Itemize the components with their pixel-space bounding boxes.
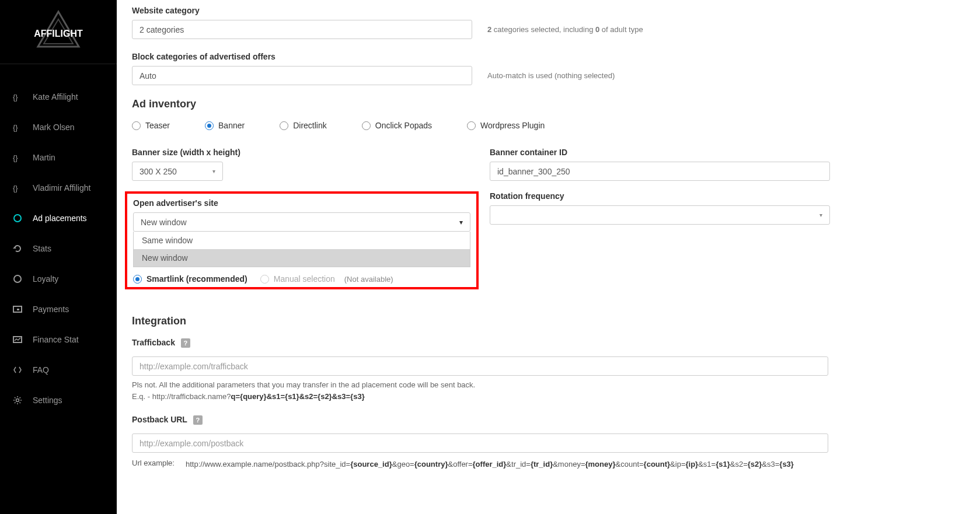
braces-icon: {} — [13, 123, 22, 132]
sidebar-nav-label: Payments — [33, 305, 69, 314]
banner-container-label: Banner container ID — [490, 148, 957, 157]
open-advertiser-highlight: Open advertiser's site New window ▾ Same… — [125, 191, 479, 289]
ad-inventory-radios: Teaser Banner Directlink Onclick Popads … — [132, 121, 957, 130]
radio-banner[interactable]: Banner — [205, 121, 245, 130]
website-category-label: Website category — [132, 6, 957, 15]
sidebar-nav-stats[interactable]: Stats — [0, 233, 117, 264]
trafficback-note: Pls not. All the additional parameters t… — [132, 379, 957, 402]
braces-icon: {} — [13, 92, 22, 102]
sidebar-nav-label: Settings — [33, 396, 62, 405]
radio-icon — [133, 275, 142, 284]
block-categories-input[interactable] — [132, 66, 472, 85]
caret-down-icon: ▾ — [459, 218, 463, 226]
trafficback-input[interactable] — [132, 356, 828, 376]
open-advertiser-dropdown: New window ▾ Same window New window — [133, 212, 470, 267]
rotation-frequency-select[interactable]: ▾ — [490, 205, 830, 225]
brand-text: AFFILIGHT — [34, 29, 83, 39]
radio-icon — [205, 121, 214, 130]
open-advertiser-options: Same window New window — [133, 232, 470, 267]
integration-title: Integration — [132, 315, 957, 327]
sidebar-user-vladimir[interactable]: {} Vladimir Affilight — [0, 173, 117, 203]
radio-teaser[interactable]: Teaser — [132, 121, 170, 130]
sidebar-nav-payments[interactable]: Payments — [0, 294, 117, 324]
website-category-input[interactable] — [132, 20, 472, 39]
card-icon — [13, 305, 22, 314]
postback-field: Postback URL ? Url example: http://www.e… — [132, 415, 957, 470]
postback-label: Postback URL — [132, 415, 187, 424]
sidebar-user-label: Vladimir Affilight — [33, 183, 90, 193]
svg-point-8 — [14, 275, 21, 282]
chart-icon — [13, 335, 22, 344]
block-categories-field: Block categories of advertised offers Au… — [132, 52, 957, 85]
svg-text:{}: {} — [13, 93, 18, 102]
trafficback-label: Trafficback — [132, 338, 175, 347]
option-new-window[interactable]: New window — [134, 249, 470, 267]
website-category-helper: 2 categories selected, including 0 of ad… — [487, 25, 643, 34]
chevron-down-icon: ▾ — [819, 212, 822, 218]
svg-marker-7 — [13, 247, 16, 249]
banner-container-input[interactable] — [490, 162, 830, 181]
banner-size-select[interactable]: 300 X 250 ▾ — [132, 162, 223, 181]
open-advertiser-select[interactable]: New window ▾ — [133, 212, 470, 232]
option-same-window[interactable]: Same window — [134, 232, 470, 249]
sidebar-user-label: Kate Affilight — [33, 92, 78, 102]
chevron-down-icon: ▾ — [212, 168, 215, 174]
sidebar-user-label: Martin — [33, 153, 55, 162]
sidebar: AFFILIGHT {} Kate Affilight {} Mark Olse… — [0, 0, 117, 514]
gear-icon — [13, 396, 22, 405]
sidebar-user-list: {} Kate Affilight {} Mark Olsen {} Marti… — [0, 82, 117, 415]
sidebar-nav-finance[interactable]: Finance Stat — [0, 324, 117, 355]
sidebar-nav-ad-placements[interactable]: Ad placements — [0, 203, 117, 233]
radio-icon — [362, 121, 371, 130]
radio-icon — [467, 121, 476, 130]
sidebar-user-mark[interactable]: {} Mark Olsen — [0, 112, 117, 142]
brand-logo: AFFILIGHT — [0, 0, 117, 64]
ad-inventory-title: Ad inventory — [132, 98, 957, 110]
not-available-text: (Not available) — [344, 275, 393, 284]
faq-icon — [13, 365, 22, 375]
refresh-icon — [13, 244, 22, 253]
svg-rect-10 — [17, 309, 19, 310]
help-icon[interactable]: ? — [181, 338, 190, 348]
sidebar-user-kate[interactable]: {} Kate Affilight — [0, 82, 117, 112]
sidebar-nav-label: Finance Stat — [33, 335, 79, 344]
svg-point-6 — [14, 215, 21, 222]
circle-outline-icon — [13, 274, 22, 284]
open-advertiser-label: Open advertiser's site — [133, 198, 470, 208]
block-categories-label: Block categories of advertised offers — [132, 52, 957, 61]
sidebar-user-martin[interactable]: {} Martin — [0, 142, 117, 173]
sidebar-nav-label: Ad placements — [33, 214, 87, 223]
radio-wordpress-plugin[interactable]: Wordpress Plugin — [467, 121, 545, 130]
postback-input[interactable] — [132, 433, 828, 453]
sidebar-nav-settings[interactable]: Settings — [0, 385, 117, 415]
svg-point-12 — [16, 399, 19, 402]
braces-icon: {} — [13, 153, 22, 162]
radio-directlink[interactable]: Directlink — [280, 121, 327, 130]
svg-text:{}: {} — [13, 184, 18, 193]
radio-icon — [260, 275, 269, 284]
radio-smartlink[interactable]: Smartlink (recommended) — [133, 274, 247, 284]
sidebar-nav-label: FAQ — [33, 365, 49, 375]
circle-icon — [13, 214, 22, 223]
sidebar-nav-loyalty[interactable]: Loyalty — [0, 264, 117, 294]
sidebar-nav-faq[interactable]: FAQ — [0, 355, 117, 385]
sidebar-user-label: Mark Olsen — [33, 123, 75, 132]
svg-text:{}: {} — [13, 153, 18, 162]
website-category-field: Website category 2 categories selected, … — [132, 6, 957, 39]
radio-icon — [280, 121, 288, 130]
braces-icon: {} — [13, 183, 22, 193]
radio-onclick-popads[interactable]: Onclick Popads — [362, 121, 432, 130]
url-example: Url example: http://www.example.name/pos… — [132, 459, 957, 470]
banner-size-label: Banner size (width x height) — [132, 148, 472, 157]
block-categories-helper: Auto-match is used (nothing selected) — [487, 71, 615, 80]
sidebar-nav-label: Stats — [33, 244, 51, 253]
rotation-frequency-label: Rotation frequency — [490, 191, 957, 201]
main-content: Website category 2 categories selected, … — [117, 0, 980, 514]
trafficback-field: Trafficback ? Pls not. All the additiona… — [132, 338, 957, 402]
link-mode-radios: Smartlink (recommended) Manual selection… — [133, 274, 470, 284]
radio-icon — [132, 121, 141, 130]
svg-text:{}: {} — [13, 123, 18, 132]
sidebar-nav-label: Loyalty — [33, 274, 58, 284]
help-icon[interactable]: ? — [193, 415, 203, 425]
radio-manual-selection[interactable]: Manual selection — [260, 274, 335, 284]
